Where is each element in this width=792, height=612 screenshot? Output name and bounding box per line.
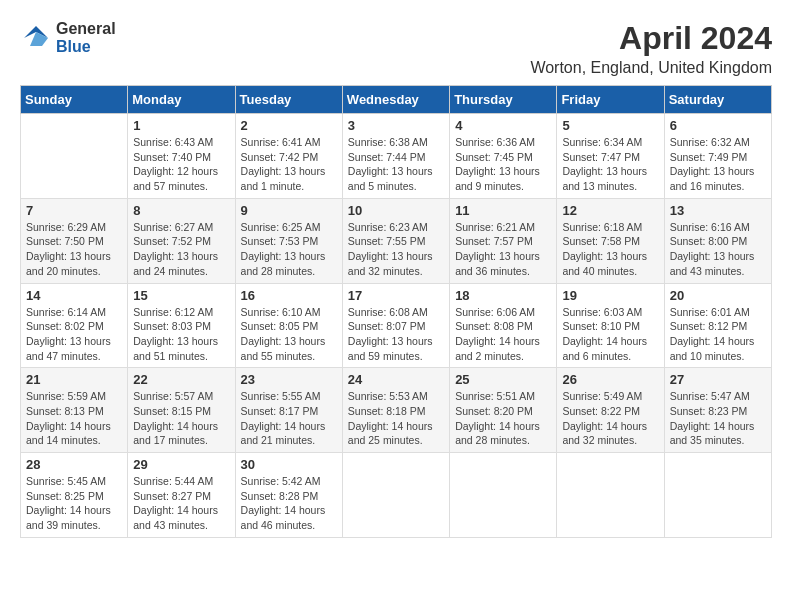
day-number: 5 — [562, 118, 658, 133]
calendar-cell: 2Sunrise: 6:41 AMSunset: 7:42 PMDaylight… — [235, 114, 342, 199]
day-number: 24 — [348, 372, 444, 387]
day-info: Sunrise: 6:23 AMSunset: 7:55 PMDaylight:… — [348, 220, 444, 279]
day-number: 20 — [670, 288, 766, 303]
day-header-sunday: Sunday — [21, 86, 128, 114]
day-number: 30 — [241, 457, 337, 472]
day-info: Sunrise: 5:59 AMSunset: 8:13 PMDaylight:… — [26, 389, 122, 448]
day-number: 27 — [670, 372, 766, 387]
subtitle: Worton, England, United Kingdom — [530, 59, 772, 77]
logo-blue-text: Blue — [56, 38, 116, 56]
day-header-saturday: Saturday — [664, 86, 771, 114]
logo: General Blue — [20, 20, 116, 55]
calendar-cell: 22Sunrise: 5:57 AMSunset: 8:15 PMDayligh… — [128, 368, 235, 453]
day-number: 7 — [26, 203, 122, 218]
calendar-cell — [450, 453, 557, 538]
day-info: Sunrise: 6:18 AMSunset: 7:58 PMDaylight:… — [562, 220, 658, 279]
calendar-cell: 30Sunrise: 5:42 AMSunset: 8:28 PMDayligh… — [235, 453, 342, 538]
calendar-cell — [664, 453, 771, 538]
day-info: Sunrise: 6:16 AMSunset: 8:00 PMDaylight:… — [670, 220, 766, 279]
calendar-cell: 20Sunrise: 6:01 AMSunset: 8:12 PMDayligh… — [664, 283, 771, 368]
calendar-cell: 18Sunrise: 6:06 AMSunset: 8:08 PMDayligh… — [450, 283, 557, 368]
day-header-friday: Friday — [557, 86, 664, 114]
logo-icon — [20, 22, 52, 54]
svg-marker-1 — [30, 32, 48, 46]
day-number: 14 — [26, 288, 122, 303]
calendar-cell: 24Sunrise: 5:53 AMSunset: 8:18 PMDayligh… — [342, 368, 449, 453]
calendar-cell: 14Sunrise: 6:14 AMSunset: 8:02 PMDayligh… — [21, 283, 128, 368]
calendar-cell: 5Sunrise: 6:34 AMSunset: 7:47 PMDaylight… — [557, 114, 664, 199]
logo-general-text: General — [56, 20, 116, 38]
day-number: 17 — [348, 288, 444, 303]
day-info: Sunrise: 6:36 AMSunset: 7:45 PMDaylight:… — [455, 135, 551, 194]
day-info: Sunrise: 6:14 AMSunset: 8:02 PMDaylight:… — [26, 305, 122, 364]
day-header-monday: Monday — [128, 86, 235, 114]
calendar-cell: 10Sunrise: 6:23 AMSunset: 7:55 PMDayligh… — [342, 198, 449, 283]
day-number: 4 — [455, 118, 551, 133]
day-number: 3 — [348, 118, 444, 133]
day-number: 23 — [241, 372, 337, 387]
calendar-cell: 4Sunrise: 6:36 AMSunset: 7:45 PMDaylight… — [450, 114, 557, 199]
calendar-week-row: 21Sunrise: 5:59 AMSunset: 8:13 PMDayligh… — [21, 368, 772, 453]
day-number: 19 — [562, 288, 658, 303]
calendar-cell — [21, 114, 128, 199]
day-info: Sunrise: 6:43 AMSunset: 7:40 PMDaylight:… — [133, 135, 229, 194]
calendar-week-row: 14Sunrise: 6:14 AMSunset: 8:02 PMDayligh… — [21, 283, 772, 368]
calendar-week-row: 1Sunrise: 6:43 AMSunset: 7:40 PMDaylight… — [21, 114, 772, 199]
calendar-cell: 28Sunrise: 5:45 AMSunset: 8:25 PMDayligh… — [21, 453, 128, 538]
calendar-cell: 13Sunrise: 6:16 AMSunset: 8:00 PMDayligh… — [664, 198, 771, 283]
day-number: 8 — [133, 203, 229, 218]
day-number: 13 — [670, 203, 766, 218]
calendar-cell: 6Sunrise: 6:32 AMSunset: 7:49 PMDaylight… — [664, 114, 771, 199]
day-info: Sunrise: 6:21 AMSunset: 7:57 PMDaylight:… — [455, 220, 551, 279]
day-info: Sunrise: 6:32 AMSunset: 7:49 PMDaylight:… — [670, 135, 766, 194]
day-info: Sunrise: 6:03 AMSunset: 8:10 PMDaylight:… — [562, 305, 658, 364]
day-info: Sunrise: 5:57 AMSunset: 8:15 PMDaylight:… — [133, 389, 229, 448]
day-info: Sunrise: 5:47 AMSunset: 8:23 PMDaylight:… — [670, 389, 766, 448]
day-info: Sunrise: 6:12 AMSunset: 8:03 PMDaylight:… — [133, 305, 229, 364]
calendar-cell: 21Sunrise: 5:59 AMSunset: 8:13 PMDayligh… — [21, 368, 128, 453]
day-number: 29 — [133, 457, 229, 472]
day-info: Sunrise: 6:29 AMSunset: 7:50 PMDaylight:… — [26, 220, 122, 279]
calendar-cell: 16Sunrise: 6:10 AMSunset: 8:05 PMDayligh… — [235, 283, 342, 368]
calendar-table: SundayMondayTuesdayWednesdayThursdayFrid… — [20, 85, 772, 538]
day-number: 9 — [241, 203, 337, 218]
day-number: 18 — [455, 288, 551, 303]
day-info: Sunrise: 6:08 AMSunset: 8:07 PMDaylight:… — [348, 305, 444, 364]
day-number: 11 — [455, 203, 551, 218]
day-number: 21 — [26, 372, 122, 387]
day-number: 25 — [455, 372, 551, 387]
day-header-thursday: Thursday — [450, 86, 557, 114]
day-info: Sunrise: 6:41 AMSunset: 7:42 PMDaylight:… — [241, 135, 337, 194]
day-number: 28 — [26, 457, 122, 472]
day-info: Sunrise: 5:55 AMSunset: 8:17 PMDaylight:… — [241, 389, 337, 448]
day-number: 16 — [241, 288, 337, 303]
calendar-cell: 29Sunrise: 5:44 AMSunset: 8:27 PMDayligh… — [128, 453, 235, 538]
day-info: Sunrise: 6:38 AMSunset: 7:44 PMDaylight:… — [348, 135, 444, 194]
calendar-cell: 12Sunrise: 6:18 AMSunset: 7:58 PMDayligh… — [557, 198, 664, 283]
day-number: 6 — [670, 118, 766, 133]
calendar-week-row: 7Sunrise: 6:29 AMSunset: 7:50 PMDaylight… — [21, 198, 772, 283]
calendar-cell: 3Sunrise: 6:38 AMSunset: 7:44 PMDaylight… — [342, 114, 449, 199]
day-info: Sunrise: 6:01 AMSunset: 8:12 PMDaylight:… — [670, 305, 766, 364]
day-number: 15 — [133, 288, 229, 303]
day-number: 10 — [348, 203, 444, 218]
header: General Blue April 2024 Worton, England,… — [20, 20, 772, 77]
calendar-cell: 23Sunrise: 5:55 AMSunset: 8:17 PMDayligh… — [235, 368, 342, 453]
title-section: April 2024 Worton, England, United Kingd… — [530, 20, 772, 77]
day-info: Sunrise: 5:42 AMSunset: 8:28 PMDaylight:… — [241, 474, 337, 533]
day-number: 22 — [133, 372, 229, 387]
day-info: Sunrise: 6:06 AMSunset: 8:08 PMDaylight:… — [455, 305, 551, 364]
day-info: Sunrise: 6:34 AMSunset: 7:47 PMDaylight:… — [562, 135, 658, 194]
calendar-week-row: 28Sunrise: 5:45 AMSunset: 8:25 PMDayligh… — [21, 453, 772, 538]
day-number: 26 — [562, 372, 658, 387]
day-info: Sunrise: 5:49 AMSunset: 8:22 PMDaylight:… — [562, 389, 658, 448]
day-info: Sunrise: 5:51 AMSunset: 8:20 PMDaylight:… — [455, 389, 551, 448]
day-info: Sunrise: 6:10 AMSunset: 8:05 PMDaylight:… — [241, 305, 337, 364]
calendar-cell: 17Sunrise: 6:08 AMSunset: 8:07 PMDayligh… — [342, 283, 449, 368]
day-info: Sunrise: 5:53 AMSunset: 8:18 PMDaylight:… — [348, 389, 444, 448]
day-info: Sunrise: 6:27 AMSunset: 7:52 PMDaylight:… — [133, 220, 229, 279]
day-header-tuesday: Tuesday — [235, 86, 342, 114]
main-title: April 2024 — [530, 20, 772, 57]
calendar-cell — [342, 453, 449, 538]
calendar-header-row: SundayMondayTuesdayWednesdayThursdayFrid… — [21, 86, 772, 114]
